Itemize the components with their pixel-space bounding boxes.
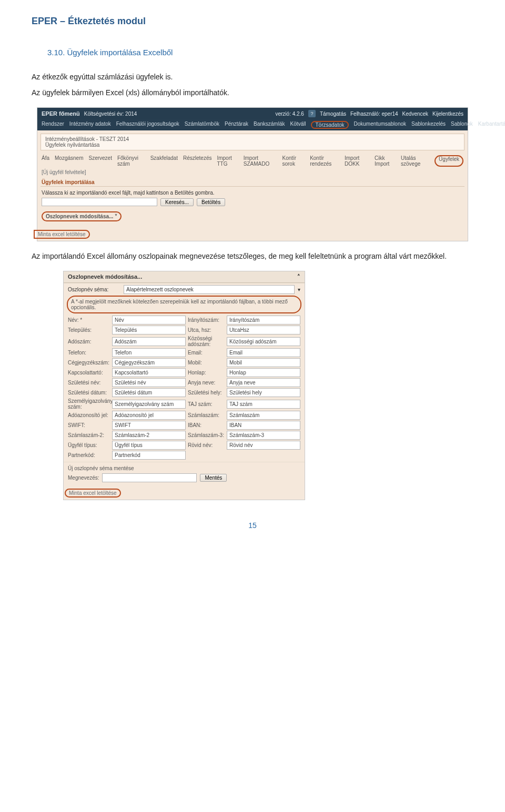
doc-title: EPER – Étkeztetés modul [32, 16, 473, 27]
field-input[interactable]: Rövid név [227, 441, 300, 450]
field-input[interactable]: Név [112, 316, 186, 324]
paragraph-2: Az ügyfelek bármilyen Excel (xls) állomá… [32, 88, 473, 97]
save-name-input[interactable] [102, 473, 197, 482]
tab-item[interactable]: Áfa [42, 155, 49, 167]
import-instructions: Válassza ki az importálandó excel fájlt,… [42, 190, 463, 196]
tab-item[interactable]: Szervezet [88, 155, 112, 167]
field-input[interactable]: Adószám [112, 337, 186, 346]
field-label: TAJ szám: [188, 401, 225, 407]
field-input[interactable]: Adóazonosító jel [112, 411, 186, 420]
field-input[interactable]: Település [112, 326, 186, 334]
field-label: Kapcsolattartó: [68, 370, 110, 375]
tab-item[interactable]: Szakfeladat [150, 155, 178, 167]
field-input[interactable]: UtcaHsz [227, 326, 300, 334]
browse-button[interactable]: Keresés... [160, 198, 194, 206]
field-input[interactable]: Honlap [227, 368, 300, 377]
field-label: Adóazonosító jel: [68, 412, 110, 418]
field-label: Számlaszám: [188, 412, 225, 418]
field-input[interactable]: IBAN [227, 421, 300, 430]
field-input[interactable]: SWIFT [112, 421, 186, 430]
tab-item[interactable]: Utalás szövege [401, 155, 429, 167]
menu-item[interactable]: Törzsadatok [311, 121, 348, 129]
menu-item[interactable]: Pénztárak [225, 121, 248, 129]
logout-link[interactable]: Kijelentkezés [432, 111, 463, 117]
tab-item[interactable]: Kontír sorok [282, 155, 305, 167]
field-label: Cégjegyzékszám: [68, 360, 110, 366]
version-label: verzió: 4.2.6 [275, 111, 304, 117]
new-customer-link[interactable]: [Új ügyfél felvétele] [37, 168, 468, 176]
column-names-toggle[interactable]: Oszlopnevek módosítása... ˅ [42, 211, 122, 221]
field-input[interactable]: Számlaszám-3 [227, 431, 300, 440]
field-input[interactable]: TAJ szám [227, 400, 300, 409]
breadcrumb-box: Intézménybeállítások - TESZT 2014 Ügyfel… [41, 134, 464, 150]
menu-item[interactable]: Rendszer [42, 121, 64, 129]
field-label: Irányítószám: [188, 317, 225, 323]
field-label: Személyigazolvány szám: [68, 398, 110, 410]
field-input[interactable]: Születési név [112, 378, 186, 387]
menu-item[interactable]: Felhasználói jogosultságok [116, 121, 179, 129]
menu-item[interactable]: Dokumentumsablonok [354, 121, 407, 129]
tab-item[interactable]: Ügyfelek [435, 155, 463, 167]
field-label: SWIFT: [68, 422, 110, 428]
column-names-header[interactable]: Oszlopnevek módosítása... ˄ [64, 271, 305, 283]
field-label: Ügyfél típus: [68, 442, 110, 448]
field-label: Adószám: [68, 339, 110, 344]
help-icon[interactable]: ? [308, 110, 316, 117]
sample-download-link-2[interactable]: Minta excel letöltése [65, 489, 121, 498]
field-input[interactable]: Cégjegyzékszám [112, 358, 186, 367]
field-label: IBAN: [188, 422, 225, 428]
menu-item[interactable]: Sablonkezelés [411, 121, 446, 129]
import-panel: Ügyfelek importálása Válassza ki az impo… [41, 178, 464, 225]
menu-item[interactable]: Sablonok [451, 121, 473, 129]
sample-download-link[interactable]: Minta excel letöltése [34, 230, 90, 239]
field-input[interactable]: Mobil [227, 358, 300, 367]
sub-tabbar: ÁfaMozgásnemSzervezetFőkönyvi számSzakfe… [37, 154, 468, 168]
field-label: Telefon: [68, 350, 110, 356]
save-button[interactable]: Mentés [200, 474, 227, 482]
mandatory-note: A *-al megjelölt mezőknek kötelezően sze… [67, 296, 301, 313]
load-button[interactable]: Betöltés [197, 198, 225, 206]
menu-item[interactable]: Számlatömbök [185, 121, 219, 129]
field-input[interactable]: Irányítószám [227, 316, 300, 324]
save-scheme-heading: Új oszlopnév séma mentése [68, 465, 300, 471]
field-input[interactable]: Közösségi adószám [227, 337, 300, 346]
field-input[interactable]: Ügyfél típus [112, 441, 186, 450]
tab-item[interactable]: Cikk Import [375, 155, 396, 167]
menu-item[interactable]: Karbantartás [478, 121, 505, 129]
paragraph-3: Az importálandó Excel állomány oszlopain… [32, 252, 473, 260]
favorites-link[interactable]: Kedvencek [402, 111, 428, 117]
scheme-select[interactable]: Alapértelmezett oszlopnevek [124, 285, 295, 294]
field-input[interactable]: Születési hely [227, 388, 300, 397]
tab-item[interactable]: Import TTG [217, 155, 238, 167]
field-input[interactable]: Telefon [112, 348, 186, 357]
field-label: Számlaszám-2: [68, 432, 110, 438]
field-input[interactable]: Születési dátum [112, 388, 186, 397]
user-label: Felhasználó: eper14 [350, 111, 398, 117]
save-scheme-bar: Új oszlopnév séma mentése Megnevezés: Me… [64, 462, 305, 485]
menu-item[interactable]: Intézmény adatok [69, 121, 111, 129]
field-input[interactable]: Anyja neve [227, 378, 300, 387]
tab-item[interactable]: Részletezés [183, 155, 211, 167]
dropdown-icon: ▾ [298, 287, 300, 292]
tab-item[interactable]: Mozgásnem [55, 155, 83, 167]
field-label: Település: [68, 327, 110, 333]
scheme-label: Oszlopnév séma: [68, 287, 120, 292]
import-panel-title: Ügyfelek importálása [41, 178, 464, 187]
field-label: Közösségi adószám: [188, 336, 225, 347]
field-input[interactable]: Partnerkód [112, 451, 186, 460]
tab-item[interactable]: Kontír rendezés [310, 155, 339, 167]
menu-item[interactable]: Kötváll [290, 121, 306, 129]
tab-item[interactable]: Import DOKK [345, 155, 369, 167]
file-path-input[interactable] [42, 198, 157, 206]
field-input[interactable]: Számlaszám [227, 411, 300, 420]
tab-item[interactable]: Import SZAMADO [244, 155, 277, 167]
screenshot-1: EPER főmenü Költségvetési év: 2014 verzi… [37, 107, 468, 241]
page-number: 15 [32, 521, 473, 530]
field-input[interactable]: Kapcsolattartó [112, 368, 186, 377]
support-link[interactable]: Támogatás [320, 111, 346, 117]
tab-item[interactable]: Főkönyvi szám [117, 155, 145, 167]
field-input[interactable]: Számlaszám-2 [112, 431, 186, 440]
field-input[interactable]: Email [227, 348, 300, 357]
field-input[interactable]: Személyigazolvány szám [112, 400, 186, 409]
menu-item[interactable]: Bankszámlák [254, 121, 285, 129]
